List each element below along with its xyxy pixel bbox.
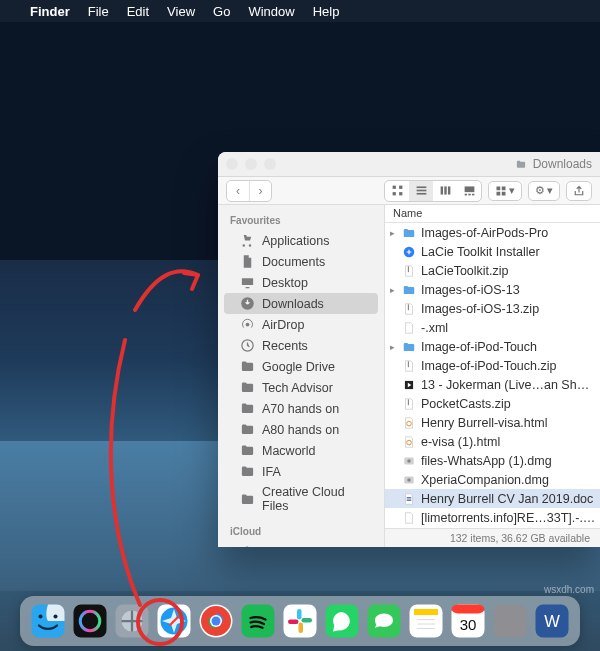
dmg-icon [401,472,417,488]
svg-rect-50 [297,609,302,620]
sidebar-item-applications[interactable]: Applications [224,230,378,251]
file-name: Images-of-iOS-13.zip [421,302,596,316]
menu-file[interactable]: File [88,4,109,19]
svg-rect-16 [497,191,501,195]
file-row[interactable]: Henry Burrell-visa.html [385,413,600,432]
sidebar-item-airdrop[interactable]: AirDrop [224,314,378,335]
dock-whatsapp[interactable] [324,603,360,639]
window-title: Downloads [533,157,592,171]
svg-point-36 [38,614,42,618]
minimize-button[interactable] [245,158,257,170]
file-row[interactable]: ▸Images-of-AirPods-Pro [385,223,600,242]
file-name: Henry Burrell-visa.html [421,416,596,430]
zoom-button[interactable] [264,158,276,170]
file-name: Image-of-iPod-Touch [421,340,596,354]
dock-chrome[interactable] [198,603,234,639]
watermark: wsxdh.com [544,584,594,595]
svg-point-19 [246,323,250,327]
svg-rect-17 [502,191,506,195]
view-gallery-button[interactable] [457,181,481,201]
svg-rect-6 [416,193,426,195]
view-columns-button[interactable] [433,181,457,201]
dock-safari[interactable] [156,603,192,639]
view-icons-button[interactable] [385,181,409,201]
sidebar-item-macworld[interactable]: Macworld [224,440,378,461]
menu-view[interactable]: View [167,4,195,19]
svg-rect-33 [407,497,412,498]
file-row[interactable]: Images-of-iOS-13.zip [385,299,600,318]
group-by-button[interactable]: ▾ [488,181,522,201]
folder-icon [401,282,417,298]
sidebar-item-creative-cloud-files[interactable]: Creative Cloud Files [224,482,378,516]
sidebar-item-label: A80 hands on [262,423,339,437]
view-mode-segment [384,180,482,202]
sidebar-item-google-drive[interactable]: Google Drive [224,356,378,377]
file-row[interactable]: -.xml [385,318,600,337]
zip-icon [401,263,417,279]
svg-rect-26 [408,399,409,405]
dock-siri[interactable] [72,603,108,639]
folder-icon [240,464,255,479]
sidebar-item-recents[interactable]: Recents [224,335,378,356]
file-row[interactable]: files-WhatsApp (1).dmg [385,451,600,470]
dock-messages[interactable] [366,603,402,639]
dock-launchpad[interactable] [114,603,150,639]
menu-window[interactable]: Window [248,4,294,19]
file-row[interactable]: 13 - Jokerman (Live…an Show, 1984).m [385,375,600,394]
svg-rect-51 [302,618,313,623]
view-list-button[interactable] [409,181,433,201]
sidebar-item-a70-hands-on[interactable]: A70 hands on [224,398,378,419]
zip-icon [401,396,417,412]
sidebar-item-label: Desktop [262,276,308,290]
svg-rect-0 [392,186,395,189]
sidebar-item-documents[interactable]: Documents [224,251,378,272]
file-row[interactable]: LaCieToolkit.zip [385,261,600,280]
menubar: Finder File Edit View Go Window Help [0,0,600,22]
disclosure-triangle-icon[interactable]: ▸ [387,342,397,352]
share-button[interactable] [566,181,592,201]
column-header-name[interactable]: Name [385,205,600,223]
svg-rect-1 [399,186,402,189]
sidebar-item-tech-advisor[interactable]: Tech Advisor [224,377,378,398]
file-row[interactable]: ▸Images-of-iOS-13 [385,280,600,299]
dock-unknown[interactable] [492,603,528,639]
action-button[interactable]: ⚙︎▾ [528,181,560,201]
file-row[interactable]: ▸Image-of-iPod-Touch [385,337,600,356]
disclosure-triangle-icon[interactable]: ▸ [387,285,397,295]
menu-go[interactable]: Go [213,4,230,19]
file-row[interactable]: Image-of-iPod-Touch.zip [385,356,600,375]
file-row[interactable]: LaCie Toolkit Installer [385,242,600,261]
nav-back-button[interactable]: ‹ [227,181,249,201]
status-bar: 132 items, 36.62 GB available [385,528,600,547]
html-icon [401,434,417,450]
menu-app[interactable]: Finder [30,4,70,19]
sidebar-item-label: Tech Advisor [262,381,333,395]
dock-notes[interactable] [408,603,444,639]
dock-slack[interactable] [282,603,318,639]
file-row[interactable]: Henry Burrell CV Jan 2019.doc [385,489,600,508]
menu-edit[interactable]: Edit [127,4,149,19]
close-button[interactable] [226,158,238,170]
file-row[interactable]: [limetorrents.info]RE…33T].-.Kitlope (4) [385,508,600,527]
file-name: XperiaCompanion.dmg [421,473,596,487]
dock-word[interactable]: W [534,603,570,639]
svg-rect-12 [468,194,470,196]
sidebar-item-downloads[interactable]: Downloads [224,293,378,314]
file-list[interactable]: ▸Images-of-AirPods-ProLaCie Toolkit Inst… [385,223,600,528]
sidebar-item-a80-hands-on[interactable]: A80 hands on [224,419,378,440]
menu-help[interactable]: Help [313,4,340,19]
file-row[interactable]: XperiaCompanion.dmg [385,470,600,489]
nav-forward-button[interactable]: › [249,181,271,201]
sidebar-item-desktop[interactable]: Desktop [224,272,378,293]
sidebar-item-icloud-drive[interactable]: iCloud Drive [224,541,378,547]
dock-finder[interactable] [30,603,66,639]
sidebar-item-ifa[interactable]: IFA [224,461,378,482]
folder-icon [240,443,255,458]
file-row[interactable]: PocketCasts.zip [385,394,600,413]
disclosure-triangle-icon[interactable]: ▸ [387,228,397,238]
window-titlebar[interactable]: Downloads [218,152,600,177]
dock-spotify[interactable] [240,603,276,639]
dock-calendar[interactable]: 30 [450,603,486,639]
file-row[interactable]: e-visa (1).html [385,432,600,451]
recents-icon [240,338,255,353]
